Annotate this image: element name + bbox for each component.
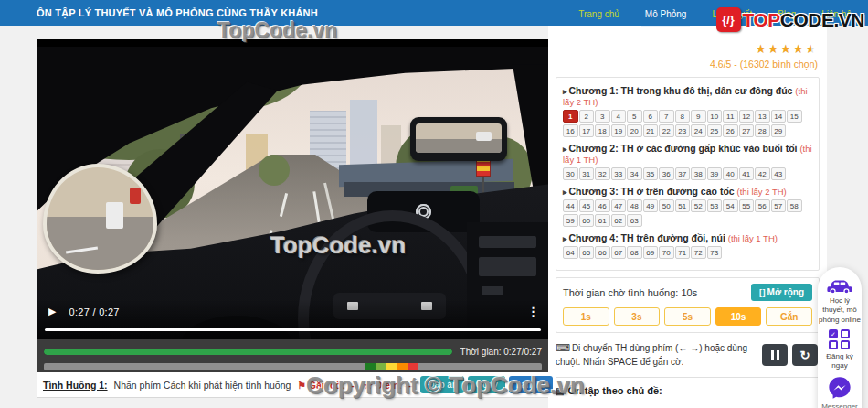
situation-57-button[interactable]: 57 — [771, 199, 787, 212]
situation-29-button[interactable]: 29 — [771, 124, 787, 137]
situation-54-button[interactable]: 54 — [723, 199, 738, 212]
situation-11-button[interactable]: 11 — [723, 110, 738, 123]
register-link[interactable]: Đăng ký ngay — [818, 352, 862, 370]
situation-36-button[interactable]: 36 — [659, 167, 674, 180]
situation-39-button[interactable]: 39 — [707, 167, 723, 180]
situation-41-button[interactable]: 41 — [739, 167, 755, 180]
gợi-ý-button[interactable]: Gợi ý — [468, 376, 504, 393]
chapter-title[interactable]: ▸Chương 1: TH trong khu đô thị, dân cư đ… — [563, 85, 812, 107]
situation-62-button[interactable]: 62 — [611, 214, 627, 227]
situation-18-button[interactable]: 18 — [595, 124, 610, 137]
scoring-zone-bar[interactable] — [44, 363, 542, 370]
situation-30-button[interactable]: 30 — [563, 167, 578, 180]
situation-12-button[interactable]: 12 — [739, 110, 755, 123]
expand-button[interactable]: [ ]Mở rộng — [751, 284, 812, 301]
situation-44-button[interactable]: 44 — [563, 199, 578, 212]
situation-47-button[interactable]: 47 — [611, 199, 627, 212]
situation-64-button[interactable]: 64 — [563, 246, 578, 259]
situation-40-button[interactable]: 40 — [723, 167, 738, 180]
nav-item-mô-phỏng[interactable]: Mô Phỏng — [645, 5, 687, 21]
situation-63-button[interactable]: 63 — [627, 214, 642, 227]
situation-34-button[interactable]: 34 — [627, 167, 642, 180]
situation-53-button[interactable]: 53 — [707, 199, 723, 212]
reload-button[interactable]: ↻ — [792, 344, 818, 366]
simulation-video[interactable]: TopCode.vn ▶ 0:27 / 0:27 ⋮ — [37, 39, 548, 339]
situation-43-button[interactable]: 43 — [771, 167, 787, 180]
rating-stars[interactable]: ★★★★★★★★★★ — [756, 43, 818, 55]
register-checkbox-icon[interactable]: ✓ — [829, 329, 851, 349]
situation-14-button[interactable]: 14 — [771, 110, 787, 123]
situation-60-button[interactable]: 60 — [579, 214, 595, 227]
car-icon[interactable] — [826, 275, 853, 295]
situation-16-button[interactable]: 16 — [563, 124, 578, 137]
situation-61-button[interactable]: 61 — [595, 214, 610, 227]
chapter-title[interactable]: ▸Chương 2: TH ở các đường gấp khúc vào b… — [563, 143, 812, 165]
situation-27-button[interactable]: 27 — [739, 124, 755, 137]
situation-3-button[interactable]: 3 — [595, 110, 610, 123]
situation-51-button[interactable]: 51 — [675, 199, 691, 212]
situation-23-button[interactable]: 23 — [675, 124, 691, 137]
timer-option-3s[interactable]: 3s — [614, 307, 661, 326]
video-seekbar[interactable] — [45, 328, 541, 331]
situation-26-button[interactable]: 26 — [723, 124, 738, 137]
chapter-title[interactable]: ▸Chương 3: TH ở trên đường cao tốc (thi … — [563, 186, 812, 197]
situation-8-button[interactable]: 8 — [675, 110, 691, 123]
situation-72-button[interactable]: 72 — [691, 246, 706, 259]
situation-49-button[interactable]: 49 — [643, 199, 659, 212]
situation-1-button[interactable]: 1 — [563, 110, 578, 123]
situation-65-button[interactable]: 65 — [579, 246, 595, 259]
situation-50-button[interactable]: 50 — [659, 199, 674, 212]
situation-59-button[interactable]: 59 — [563, 214, 578, 227]
pause-button[interactable] — [762, 344, 788, 366]
situation-55-button[interactable]: 55 — [739, 199, 755, 212]
situation-7-button[interactable]: 7 — [659, 110, 674, 123]
video-menu-icon[interactable]: ⋮ — [527, 305, 539, 318]
situation-42-button[interactable]: 42 — [755, 167, 770, 180]
situation-46-button[interactable]: 46 — [595, 199, 610, 212]
situation-20-button[interactable]: 20 — [627, 124, 642, 137]
situation-2-button[interactable]: 2 — [579, 110, 595, 123]
situation-4-button[interactable]: 4 — [611, 110, 627, 123]
situation-69-button[interactable]: 69 — [643, 246, 659, 259]
situation-68-button[interactable]: 68 — [627, 246, 642, 259]
situation-58-button[interactable]: 58 — [787, 199, 802, 212]
situation-66-button[interactable]: 66 — [595, 246, 610, 259]
situation-10-button[interactable]: 10 — [707, 110, 723, 123]
situation-17-button[interactable]: 17 — [579, 124, 595, 137]
situation-9-button[interactable]: 9 — [691, 110, 706, 123]
situation-33-button[interactable]: 33 — [611, 167, 627, 180]
situation-71-button[interactable]: 71 — [675, 246, 691, 259]
timer-option-5s[interactable]: 5s — [664, 307, 711, 326]
situation-15-button[interactable]: 15 — [787, 110, 802, 123]
situation-35-button[interactable]: 35 — [643, 167, 659, 180]
làm-lại-button[interactable]: Làm lại — [509, 376, 553, 393]
messenger-icon[interactable] — [827, 375, 852, 401]
situation-31-button[interactable]: 31 — [579, 167, 595, 180]
situation-32-button[interactable]: 32 — [595, 167, 610, 180]
situation-70-button[interactable]: 70 — [659, 246, 674, 259]
situation-5-button[interactable]: 5 — [627, 110, 642, 123]
situation-67-button[interactable]: 67 — [611, 246, 627, 259]
situation-38-button[interactable]: 38 — [691, 167, 706, 180]
situation-13-button[interactable]: 13 — [755, 110, 770, 123]
timer-option-gắn[interactable]: Gắn — [766, 307, 812, 326]
situation-56-button[interactable]: 56 — [755, 199, 770, 212]
đáp-án-button[interactable]: Đáp án — [420, 376, 464, 393]
situation-21-button[interactable]: 21 — [643, 124, 659, 137]
situation-37-button[interactable]: 37 — [675, 167, 691, 180]
situation-52-button[interactable]: 52 — [691, 199, 706, 212]
situation-6-button[interactable]: 6 — [643, 110, 659, 123]
nav-item-trang-chủ[interactable]: Trang chủ — [578, 5, 619, 21]
situation-45-button[interactable]: 45 — [579, 199, 595, 212]
situation-28-button[interactable]: 28 — [755, 124, 770, 137]
situation-25-button[interactable]: 25 — [707, 124, 723, 137]
timer-option-1s[interactable]: 1s — [563, 307, 609, 326]
situation-22-button[interactable]: 22 — [659, 124, 674, 137]
widget-text[interactable]: Học lý thuyết, mô phỏng online — [818, 296, 862, 325]
situation-24-button[interactable]: 24 — [691, 124, 706, 137]
situation-48-button[interactable]: 48 — [627, 199, 642, 212]
situation-73-button[interactable]: 73 — [707, 246, 723, 259]
timer-option-10s[interactable]: 10s — [715, 307, 762, 326]
chapter-title[interactable]: ▸Chương 4: TH trên đường đồi, núi (thi l… — [563, 232, 812, 243]
situation-19-button[interactable]: 19 — [611, 124, 627, 137]
